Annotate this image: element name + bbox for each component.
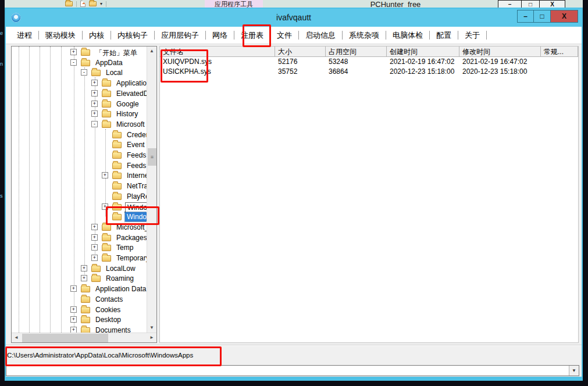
tab-内核钩子[interactable]: 内核钩子 — [111, 30, 154, 41]
column-header-4[interactable]: 创建时间 — [387, 47, 459, 57]
tab-启动信息[interactable]: 启动信息 — [299, 30, 342, 41]
tree-horizontal-scrollbar[interactable]: ◄ ► — [12, 333, 156, 342]
table-cell: 36864 — [326, 67, 387, 77]
scrollbar-thumb[interactable]: ≡ — [148, 148, 156, 166]
expand-icon[interactable]: + — [91, 101, 98, 107]
folder-icon — [81, 317, 90, 323]
table-row[interactable]: XUIQVPDN.sys52176532482021-02-19 16:47:0… — [160, 57, 578, 67]
tree-item-Interne[interactable]: +Interne — [12, 170, 147, 181]
expand-icon[interactable]: + — [91, 80, 98, 86]
chevron-down-icon[interactable]: ▾ — [100, 1, 102, 7]
tab-内核[interactable]: 内核 — [83, 30, 111, 41]
toolbar-separator — [76, 1, 77, 7]
close-button[interactable]: X — [551, 10, 578, 23]
expand-icon[interactable]: + — [81, 265, 87, 271]
column-header-5[interactable]: 修改时间 — [459, 47, 541, 57]
tab-电脑体检[interactable]: 电脑体检 — [386, 30, 429, 41]
tree-item-Roaming[interactable]: +Roaming — [12, 273, 147, 284]
tree-item-Feeds-C[interactable]: Feeds C — [12, 160, 147, 171]
dropdown-arrow-icon[interactable]: ▼ — [569, 366, 579, 376]
tree-item-label: History — [115, 109, 140, 119]
path-combobox[interactable]: ▼ — [6, 365, 579, 376]
scroll-right-icon[interactable]: ► — [147, 333, 156, 342]
expand-icon[interactable]: + — [91, 110, 98, 117]
tab-驱动模块[interactable]: 驱动模块 — [39, 30, 82, 41]
quick-access-toolbar: ▾ — [65, 1, 106, 7]
scroll-down-icon[interactable]: ▼ — [147, 323, 156, 333]
tree-item-Packages[interactable]: +Packages — [12, 233, 147, 243]
tree-item-LocalLow[interactable]: +LocalLow — [12, 263, 147, 274]
tree-item-AppData[interactable]: -AppData — [12, 58, 147, 68]
expand-icon[interactable]: + — [70, 327, 77, 333]
new-file-icon[interactable] — [80, 1, 85, 7]
expand-icon[interactable]: + — [70, 49, 77, 55]
tab-网络[interactable]: 网络 — [206, 30, 234, 41]
folder-icon — [81, 307, 90, 313]
tree-item-label: Desktop — [94, 315, 123, 324]
tree-item-label: Cookies — [94, 305, 122, 314]
minimize-button[interactable]: – — [517, 10, 534, 23]
tree-item-Cookies[interactable]: +Cookies — [12, 305, 147, 315]
tree-item-Credent[interactable]: Credent — [12, 130, 147, 140]
tree-item-Application-Data[interactable]: +Application Data — [12, 284, 147, 294]
tree-item-Feeds[interactable]: Feeds — [12, 150, 147, 160]
folder-icon — [91, 70, 101, 76]
expand-icon[interactable]: + — [70, 316, 77, 323]
collapse-icon[interactable]: - — [81, 69, 87, 76]
tree-item-History[interactable]: +History — [12, 109, 147, 119]
tree-item-Application-I[interactable]: +Application I — [12, 78, 147, 88]
table-row[interactable]: USICKPHA.sys35752368642020-12-23 15:18:0… — [160, 67, 578, 77]
scroll-left-icon[interactable]: ◄ — [12, 333, 21, 342]
folder-icon — [102, 245, 111, 251]
column-header-3[interactable]: 占用空间 — [326, 47, 387, 57]
tree-item-label: Event V — [125, 140, 147, 149]
collapse-icon[interactable]: - — [70, 59, 77, 66]
expand-icon[interactable]: + — [102, 172, 108, 178]
tree-item-label: LocalLow — [104, 264, 137, 273]
scroll-up-icon[interactable]: ▲ — [147, 47, 156, 56]
collapse-icon[interactable]: - — [91, 121, 98, 127]
folder-icon — [102, 101, 111, 108]
expand-icon[interactable]: + — [91, 244, 98, 251]
table-cell — [541, 57, 578, 67]
tree-item-NetTrac[interactable]: NetTrac — [12, 181, 147, 191]
tree-item-Google[interactable]: +Google — [12, 99, 147, 109]
expand-icon[interactable]: + — [70, 306, 77, 313]
tree-vertical-scrollbar[interactable]: ▲ ≡ ▼ — [147, 47, 156, 333]
tab-关于[interactable]: 关于 — [458, 30, 486, 41]
scrollbar-thumb[interactable] — [22, 334, 108, 342]
tab-文件[interactable]: 文件 — [270, 30, 298, 41]
folder-icon[interactable] — [65, 1, 73, 6]
tree-item-Temporary-I[interactable]: +Temporary I — [12, 253, 147, 263]
tree-item-ElevatedDia[interactable]: +ElevatedDia — [12, 88, 147, 99]
expand-icon[interactable]: + — [81, 275, 87, 281]
folder-icon[interactable] — [89, 1, 97, 6]
tree-item-Desktop[interactable]: +Desktop — [12, 314, 147, 325]
expand-icon[interactable]: + — [91, 224, 98, 230]
tab-系统杂项[interactable]: 系统杂项 — [343, 30, 386, 41]
expand-icon[interactable]: + — [91, 90, 98, 96]
tree-item-PlayRea[interactable]: PlayRea — [12, 191, 147, 202]
column-header-6[interactable]: 常规... — [541, 47, 578, 57]
tree-item-Contacts[interactable]: Contacts — [12, 294, 147, 305]
expand-icon[interactable]: + — [91, 234, 98, 241]
tree-item-Temp[interactable]: +Temp — [12, 242, 147, 253]
folder-icon — [102, 111, 111, 117]
ribbon-tab-application-tools[interactable]: 应用程序工具 — [205, 0, 263, 8]
expand-icon[interactable]: + — [91, 255, 98, 261]
folder-icon — [102, 224, 111, 231]
tab-进程[interactable]: 进程 — [10, 30, 38, 41]
column-header-2[interactable]: 大小 — [275, 47, 326, 57]
tab-配置[interactable]: 配置 — [430, 30, 458, 41]
window-title: ivafvqautt — [6, 13, 582, 22]
tree-item-Documents[interactable]: +Documents — [12, 325, 147, 333]
expand-icon[interactable]: + — [70, 285, 77, 292]
tree-item-label: Local — [104, 68, 124, 77]
tree-item-Local[interactable]: -Local — [12, 67, 147, 78]
tree-item-label: Application I — [115, 78, 147, 88]
tree-item--[interactable]: +「开始」菜单 — [12, 47, 147, 58]
tree-item-Event-V[interactable]: Event V — [12, 140, 147, 150]
tree-item-Microsoft[interactable]: -Microsoft — [12, 119, 147, 130]
maximize-button[interactable]: □ — [534, 10, 551, 23]
tab-应用层钩子[interactable]: 应用层钩子 — [155, 30, 205, 41]
